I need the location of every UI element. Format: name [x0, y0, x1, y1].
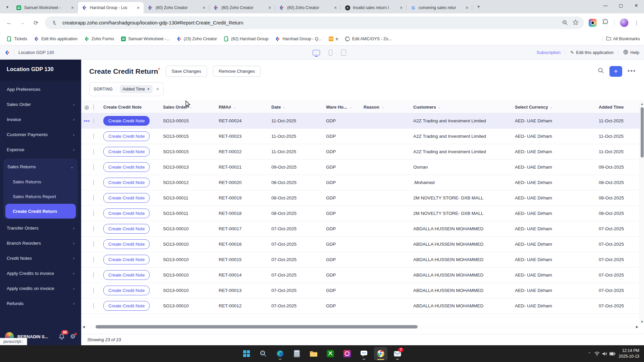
- remove-changes-button[interactable]: Remove Changes: [213, 66, 261, 77]
- sort-chevron-icon[interactable]: ⌄: [283, 105, 285, 109]
- create-credit-note-button[interactable]: Create Credit Note: [103, 147, 150, 157]
- tab-close-icon[interactable]: ✕: [201, 5, 207, 10]
- browser-tab[interactable]: Samuel Worksheet - ✕: [12, 2, 78, 13]
- subscription-link[interactable]: Subscription: [537, 50, 561, 55]
- row-checkbox[interactable]: [93, 134, 103, 139]
- scroll-right-icon[interactable]: ▶: [635, 325, 640, 328]
- column-header-customers[interactable]: Customers⌄: [413, 105, 515, 110]
- sidebar-item-sales-order[interactable]: Sales Order›: [0, 97, 81, 112]
- table-row[interactable]: Create Credit NoteSO13-00010RET-0001307-…: [81, 283, 644, 298]
- notifications-bell-icon[interactable]: 60: [58, 333, 66, 341]
- row-checkbox[interactable]: [93, 273, 103, 278]
- reload-icon[interactable]: ⟳: [32, 18, 40, 27]
- horizontal-scroll-thumb[interactable]: [96, 325, 418, 328]
- sidebar-item-invoice[interactable]: Invoice›: [0, 112, 81, 127]
- extension-camera-icon[interactable]: [589, 19, 597, 27]
- bookmark-star-icon[interactable]: [573, 19, 579, 26]
- browser-tab[interactable]: (60) Zoho Creator✕: [209, 2, 275, 13]
- column-header-create-credit-note[interactable]: Create Credit Note: [103, 105, 163, 110]
- table-row[interactable]: Create Credit NoteSO13-00010RET-0001407-…: [81, 267, 644, 283]
- remove-sort-icon[interactable]: ✕: [156, 87, 159, 92]
- tab-close-icon[interactable]: ✕: [267, 5, 272, 10]
- create-credit-note-button[interactable]: Create Credit Note: [103, 208, 150, 218]
- taskbar-icon-search[interactable]: [257, 347, 270, 360]
- tab-close-icon[interactable]: ✕: [70, 5, 75, 10]
- zoho-creator-logo-icon[interactable]: [5, 50, 10, 55]
- table-row[interactable]: •••Create Credit NoteSO13-00015RET-00024…: [81, 113, 644, 129]
- desktop-preview-icon[interactable]: [313, 50, 320, 55]
- taskbar-icon-paint-app[interactable]: [340, 347, 354, 360]
- row-checkbox[interactable]: [93, 195, 103, 200]
- header-checkbox[interactable]: [93, 105, 103, 110]
- create-credit-note-button[interactable]: Create Credit Note: [103, 116, 150, 126]
- taskbar-icon-chrome[interactable]: [374, 347, 387, 360]
- column-header-ware-ho-[interactable]: Ware Ho...⌄: [326, 105, 364, 110]
- clock[interactable]: 12:14 PM 2025-10-13: [619, 348, 639, 359]
- row-menu-icon[interactable]: •••: [84, 118, 93, 124]
- row-checkbox[interactable]: [93, 226, 103, 231]
- browser-tab[interactable]: Gconvering sales retur✕: [407, 2, 472, 13]
- taskbar-icon-mail[interactable]: 7: [391, 347, 404, 360]
- taskbar-icon-chat[interactable]: [357, 347, 371, 360]
- tray-chevron-icon[interactable]: ⌃: [588, 352, 591, 356]
- table-row[interactable]: Create Credit NoteSO13-00015RET-0002211-…: [81, 144, 644, 160]
- extensions-puzzle-icon[interactable]: [602, 19, 609, 27]
- save-changes-button[interactable]: Save Changes: [166, 66, 207, 77]
- bookmark-item[interactable]: bde: [326, 35, 341, 43]
- phone-preview-icon[interactable]: [329, 50, 332, 56]
- create-credit-note-button[interactable]: Create Credit Note: [103, 178, 150, 187]
- sidebar-item-transfer-orders[interactable]: Transfer Orders›: [0, 221, 81, 236]
- sidebar-item-customer-payments[interactable]: Customer Payments›: [0, 127, 81, 142]
- sorting-value[interactable]: Added Time ▼: [120, 85, 153, 93]
- tab-close-icon[interactable]: ✕: [333, 5, 338, 10]
- breadcrumb[interactable]: Location GDP 130: [14, 49, 54, 56]
- create-credit-note-button[interactable]: Create Credit Note: [103, 239, 150, 249]
- browser-tab[interactable]: ✳Invalid sales return I✕: [341, 2, 407, 13]
- column-header-select-currency[interactable]: Select Currency⌄: [515, 105, 599, 110]
- table-row[interactable]: Create Credit NoteSO13-00011RET-0001908-…: [81, 190, 644, 206]
- tab-close-icon[interactable]: ✕: [464, 5, 470, 10]
- forward-icon[interactable]: →: [18, 18, 27, 27]
- system-tray[interactable]: [594, 352, 615, 356]
- row-checkbox[interactable]: [93, 211, 103, 216]
- create-credit-note-button[interactable]: Create Credit Note: [103, 286, 150, 295]
- column-header-added-time[interactable]: Added Time: [599, 105, 644, 110]
- table-row[interactable]: Create Credit NoteSO13-00012RET-0002008-…: [81, 175, 644, 190]
- table-row[interactable]: Create Credit NoteSO13-00013RET-0002109-…: [81, 160, 644, 175]
- row-checkbox[interactable]: [93, 118, 103, 123]
- scroll-up-icon[interactable]: ▲: [641, 101, 644, 107]
- sort-chevron-icon[interactable]: ⌄: [190, 105, 192, 109]
- taskbar-icon-calculator[interactable]: [290, 347, 304, 360]
- tab-close-icon[interactable]: ✕: [398, 5, 404, 10]
- row-checkbox[interactable]: [93, 180, 103, 185]
- row-checkbox[interactable]: [93, 242, 103, 247]
- browser-profile-avatar[interactable]: [620, 18, 629, 27]
- create-credit-note-button[interactable]: Create Credit Note: [103, 193, 150, 203]
- create-credit-note-button[interactable]: Create Credit Note: [103, 255, 150, 264]
- sidebar-item-apply-credits-on-invoice[interactable]: Apply credits on invoice›: [0, 281, 81, 296]
- create-credit-note-button[interactable]: Create Credit Note: [103, 224, 150, 234]
- new-tab-button[interactable]: +: [474, 2, 483, 11]
- site-info-icon[interactable]: [50, 18, 59, 27]
- bookmark-item[interactable]: Tickets: [4, 35, 30, 43]
- table-row[interactable]: Create Credit NoteSO13-00010RET-0001507-…: [81, 252, 644, 267]
- bookmark-item[interactable]: Edit AMC/OYS - Zo...: [342, 35, 394, 43]
- tab-search-icon[interactable]: ▾: [3, 2, 12, 12]
- all-bookmarks[interactable]: All Bookmarks: [602, 36, 640, 42]
- bookmark-item[interactable]: (23) Zoho Creator: [174, 35, 220, 43]
- edit-application-button[interactable]: ✎ Edit this application: [565, 50, 613, 55]
- browser-tab[interactable]: Harshad Group - Loc✕: [78, 2, 144, 13]
- table-row[interactable]: Create Credit NoteSO13-00010RET-0001207-…: [81, 298, 644, 314]
- horizontal-scrollbar[interactable]: ◀ ▶: [81, 324, 640, 329]
- bookmark-item[interactable]: Harshad Group - Q...: [272, 35, 324, 43]
- table-row[interactable]: Create Credit NoteSO13-00010RET-0001707-…: [81, 221, 644, 237]
- column-header-date[interactable]: Date⌄: [271, 105, 326, 110]
- sidebar-item-sales-returns[interactable]: Sales Returns⌄: [3, 159, 78, 174]
- tab-close-icon[interactable]: ✕: [136, 5, 141, 10]
- vertical-scroll-thumb[interactable]: [641, 107, 644, 158]
- create-credit-note-button[interactable]: Create Credit Note: [103, 131, 150, 141]
- taskbar-icon-edge[interactable]: [273, 347, 287, 360]
- url-bar[interactable]: creatorapp.zoho.com/harshadgroup/locatio…: [45, 16, 584, 29]
- sidebar-item-app-preferences[interactable]: App Preferences: [0, 82, 81, 97]
- search-icon[interactable]: [598, 67, 604, 75]
